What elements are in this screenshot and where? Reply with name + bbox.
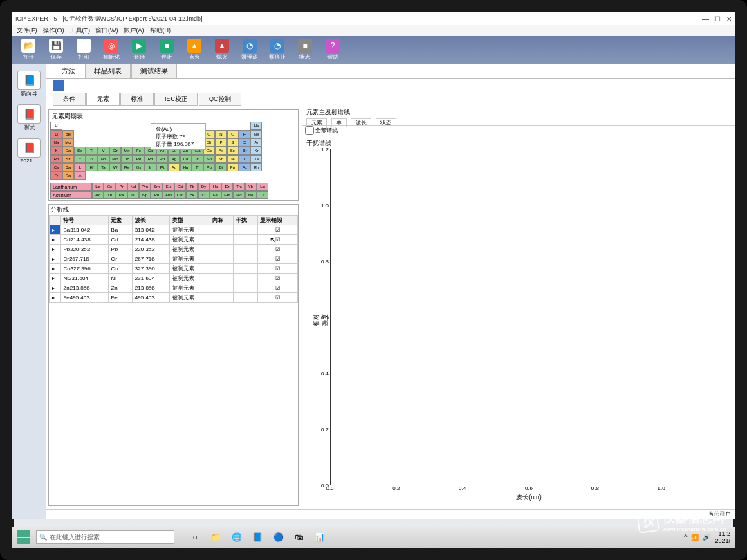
element-O[interactable]: O xyxy=(227,130,239,138)
sidebar-2021…[interactable]: 📕 xyxy=(17,138,41,158)
subtab-elements[interactable]: 元素 xyxy=(86,93,120,106)
element-U[interactable]: U xyxy=(127,191,139,199)
menu-file[interactable]: 文件(F) xyxy=(17,26,37,35)
element-Au[interactable]: Au xyxy=(168,163,180,171)
toolbtn-初始化[interactable]: ◎初始化 xyxy=(100,39,123,61)
element-Re[interactable]: Re xyxy=(121,163,133,171)
element-No[interactable]: No xyxy=(245,191,257,199)
element-Bi[interactable]: Bi xyxy=(215,163,227,171)
subtab-conditions[interactable]: 条件 xyxy=(53,93,86,106)
element-Zr[interactable]: Zr xyxy=(86,155,98,163)
element-Hg[interactable]: Hg xyxy=(180,163,192,171)
element-Ba[interactable]: Ba xyxy=(62,163,74,171)
element-Sn[interactable]: Sn xyxy=(203,155,215,163)
element-Tb[interactable]: Tb xyxy=(186,183,198,191)
element-Sb[interactable]: Sb xyxy=(215,155,227,163)
element-Fm[interactable]: Fm xyxy=(221,191,233,199)
element-A[interactable]: A xyxy=(74,171,86,180)
element-Li[interactable]: Li xyxy=(50,130,62,138)
element-Po[interactable]: Po xyxy=(227,163,239,171)
element-Cm[interactable]: Cm xyxy=(174,191,186,199)
element-Eu[interactable]: Eu xyxy=(163,183,174,191)
element-Sm[interactable]: Sm xyxy=(151,183,163,191)
element-Se[interactable]: Se xyxy=(227,147,239,155)
maximize-icon[interactable]: ☐ xyxy=(714,15,721,23)
element-Ru[interactable]: Ru xyxy=(133,155,145,163)
tab-samples[interactable]: 样品列表 xyxy=(85,64,131,78)
element-As[interactable]: As xyxy=(215,147,227,155)
element-Mn[interactable]: Mn xyxy=(121,147,133,155)
element-H[interactable]: H xyxy=(50,122,62,130)
element-Rn[interactable]: Rn xyxy=(250,163,262,171)
element-Np[interactable]: Np xyxy=(139,191,151,199)
tab-results[interactable]: 测试结果 xyxy=(131,64,177,78)
element-Bk[interactable]: Bk xyxy=(186,191,198,199)
element-Rb[interactable]: Rb xyxy=(50,155,62,163)
element-S[interactable]: S xyxy=(227,138,239,147)
menu-operation[interactable]: 操作(O) xyxy=(43,26,64,35)
taskbar-explorer[interactable]: 📁 xyxy=(208,530,224,545)
element-Ca[interactable]: Ca xyxy=(62,147,74,155)
element-Dy[interactable]: Dy xyxy=(198,183,210,191)
element-Cr[interactable]: Cr xyxy=(109,147,121,155)
menu-account[interactable]: 帐户(A) xyxy=(124,26,145,35)
element-Tl[interactable]: Tl xyxy=(192,163,203,171)
minimize-icon[interactable]: — xyxy=(702,15,709,23)
element-La[interactable]: La xyxy=(92,183,104,191)
analysis-row-Ba[interactable]: ▸Ba313.042Ba313.042被测元素☑ xyxy=(50,225,298,235)
analysis-row-Cd[interactable]: ▸Cd214.438Cd214.438被测元素☑ xyxy=(50,235,298,245)
subtab-standards[interactable]: 标准 xyxy=(120,93,154,106)
close-icon[interactable]: ✕ xyxy=(726,15,732,23)
menu-window[interactable]: 窗口(W) xyxy=(95,26,118,35)
element-Xe[interactable]: Xe xyxy=(250,155,262,163)
element-K[interactable]: K xyxy=(50,147,62,155)
element-Mo[interactable]: Mo xyxy=(109,155,121,163)
taskbar-app1[interactable]: 📘 xyxy=(249,530,266,545)
tray-volume-icon[interactable]: 🔊 xyxy=(703,534,710,541)
element-In[interactable]: In xyxy=(192,155,203,163)
periodic-table[interactable]: 金(Au) 原子序数 79 原子量 196.967 HHeLiBeBCNOFNe… xyxy=(50,122,297,180)
element-Pu[interactable]: Pu xyxy=(151,191,163,199)
element-Ar[interactable]: Ar xyxy=(250,138,262,147)
analysis-row-Cu[interactable]: ▸Cu327.396Cu327.396被测元素☑ xyxy=(50,264,298,274)
element-Ra[interactable]: Ra xyxy=(62,171,74,180)
toolbtn-熄火[interactable]: ▲熄火 xyxy=(210,39,234,61)
tab-method[interactable]: 方法 xyxy=(53,64,84,78)
toolbtn-保存[interactable]: 💾保存 xyxy=(44,39,68,61)
sidebar-新向导[interactable]: 📘 xyxy=(17,71,41,90)
element-Es[interactable]: Es xyxy=(210,191,221,199)
element-Ti[interactable]: Ti xyxy=(86,147,98,155)
save-icon[interactable] xyxy=(53,80,64,91)
element-Cl[interactable]: Cl xyxy=(239,138,250,147)
element-L[interactable]: L xyxy=(74,163,86,171)
element-He[interactable]: He xyxy=(250,122,262,130)
element-Te[interactable]: Te xyxy=(227,155,239,163)
taskbar-app2[interactable]: 🔵 xyxy=(270,530,286,545)
tray-up-icon[interactable]: ^ xyxy=(684,534,687,541)
element-Pd[interactable]: Pd xyxy=(156,155,168,163)
menu-tools[interactable]: 工具(T) xyxy=(70,26,91,35)
analysis-row-Pb[interactable]: ▸Pb220.353Pb220.353被测元素☑ xyxy=(50,245,298,254)
toolbtn-泵停止[interactable]: ◔泵停止 xyxy=(266,39,289,61)
element-Sc[interactable]: Sc xyxy=(74,147,86,155)
element-Pm[interactable]: Pm xyxy=(139,183,151,191)
toolbtn-停止[interactable]: ■停止 xyxy=(155,39,178,61)
all-lines-checkbox[interactable]: 全部谱线 xyxy=(302,126,735,135)
start-button[interactable] xyxy=(17,530,30,544)
toolbtn-点火[interactable]: ▲点火 xyxy=(183,39,206,61)
analysis-table[interactable]: 符号元素波长类型内标干扰显示销毁 ▸Ba313.042Ba313.042被测元素… xyxy=(49,215,298,303)
element-Br[interactable]: Br xyxy=(239,147,250,155)
analysis-row-Ni[interactable]: ▸Ni231.604Ni231.604被测元素☑ xyxy=(50,274,298,283)
element-Ac[interactable]: Ac xyxy=(92,191,104,199)
element-Ce[interactable]: Ce xyxy=(104,183,116,191)
tray-wifi-icon[interactable]: 📶 xyxy=(691,534,699,541)
element-P[interactable]: P xyxy=(215,138,227,147)
element-Ho[interactable]: Ho xyxy=(210,183,221,191)
plot-area[interactable] xyxy=(330,149,728,485)
element-Er[interactable]: Er xyxy=(221,183,233,191)
sidebar-测试[interactable]: 📕 xyxy=(17,104,41,124)
element-N[interactable]: N xyxy=(215,130,227,138)
analysis-row-Zn[interactable]: ▸Zn213.856Zn213.856被测元素☑ xyxy=(50,283,298,293)
taskbar-cortana[interactable]: ○ xyxy=(187,530,203,545)
element-Pb[interactable]: Pb xyxy=(203,163,215,171)
